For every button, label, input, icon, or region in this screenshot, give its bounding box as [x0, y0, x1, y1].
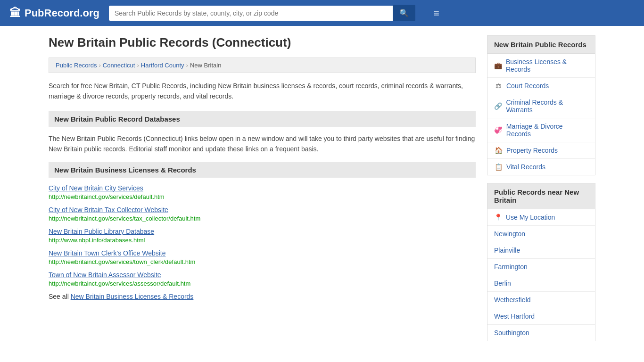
use-my-location-link[interactable]: 📍 Use My Location: [487, 209, 595, 225]
sidebar-record-label: Business Licenses & Records: [506, 58, 588, 73]
record-item: Town of New Britain Assessor Website htt…: [49, 271, 476, 287]
nearby-city-link[interactable]: West Hartford: [487, 308, 595, 325]
record-url: http://newbritainct.gov/services/assesso…: [49, 280, 190, 287]
nearby-city-link[interactable]: Southington: [487, 325, 595, 341]
sidebar-record-item: 🏠 Property Records: [487, 142, 595, 159]
record-item: City of New Britain Tax Collector Websit…: [49, 206, 476, 222]
record-link[interactable]: City of New Britain Tax Collector Websit…: [49, 206, 476, 214]
record-url: http://newbritainct.gov/services/town_cl…: [49, 258, 195, 265]
sidebar-record-link[interactable]: ⚖ Court Records: [487, 78, 595, 94]
record-link[interactable]: Town of New Britain Assessor Website: [49, 271, 476, 279]
record-link[interactable]: New Britain Public Library Database: [49, 228, 476, 235]
breadcrumb-public-records[interactable]: Public Records: [56, 62, 97, 69]
databases-section-description: The New Britain Public Records (Connecti…: [49, 133, 476, 155]
sidebar-record-item: 💞 Marriage & Divorce Records: [487, 118, 595, 142]
nearby-city-link[interactable]: Farmington: [487, 259, 595, 275]
record-url: http://newbritainct.gov/services/default…: [49, 193, 165, 200]
breadcrumb-sep-1: ›: [99, 62, 100, 69]
sidebar-records-section: New Britain Public Records 💼 Business Li…: [487, 35, 595, 175]
sidebar-record-link[interactable]: 💞 Marriage & Divorce Records: [487, 118, 595, 142]
sidebar-record-label: Vital Records: [506, 163, 545, 171]
see-all-business: See all New Britain Business Licenses & …: [49, 293, 476, 300]
sidebar-record-link[interactable]: 💼 Business Licenses & Records: [487, 54, 595, 77]
search-icon: 🔍: [399, 9, 409, 17]
databases-section-header: New Britain Public Record Databases: [49, 111, 476, 127]
record-url: http://www.nbpl.info/databases.html: [49, 237, 145, 244]
business-section-header: New Britain Business Licenses & Records: [49, 162, 476, 178]
sidebar-record-item: 📋 Vital Records: [487, 159, 595, 175]
record-link[interactable]: New Britain Town Clerk's Office Website: [49, 249, 476, 257]
sidebar-record-item: 💼 Business Licenses & Records: [487, 54, 595, 78]
sidebar-nearby-items: 📍 Use My Location NewingtonPlainvilleFar…: [487, 209, 595, 341]
location-icon: 📍: [494, 214, 502, 221]
breadcrumb-sep-2: ›: [137, 62, 139, 69]
breadcrumb-hartford-county[interactable]: Hartford County: [141, 62, 184, 69]
sidebar-record-icon: 💞: [494, 126, 503, 134]
sidebar-record-item: 🔗 Criminal Records & Warrants: [487, 94, 595, 118]
sidebar-record-label: Marriage & Divorce Records: [506, 123, 588, 138]
hamburger-icon: ≡: [433, 7, 439, 19]
see-all-business-link[interactable]: New Britain Business Licenses & Records: [71, 293, 194, 300]
logo-icon: 🏛: [9, 7, 21, 20]
sidebar-record-label: Property Records: [506, 147, 558, 154]
content: New Britain Public Records (Connecticut)…: [49, 35, 476, 349]
sidebar-record-icon: ⚖: [494, 82, 503, 90]
sidebar-record-items: 💼 Business Licenses & Records ⚖ Court Re…: [487, 54, 595, 175]
main-container: New Britain Public Records (Connecticut)…: [39, 26, 605, 358]
sidebar-record-label: Criminal Records & Warrants: [506, 99, 588, 114]
sidebar-record-icon: 🏠: [494, 147, 503, 154]
search-button[interactable]: 🔍: [393, 5, 415, 21]
sidebar-record-link[interactable]: 🔗 Criminal Records & Warrants: [487, 94, 595, 118]
sidebar-record-icon: 📋: [494, 163, 503, 171]
record-item: New Britain Public Library Database http…: [49, 228, 476, 244]
sidebar-record-link[interactable]: 🏠 Property Records: [487, 142, 595, 158]
sidebar-record-link[interactable]: 📋 Vital Records: [487, 159, 595, 175]
header: 🏛 PubRecord.org 🔍 ≡: [0, 0, 644, 26]
logo-text: PubRecord.org: [25, 7, 99, 19]
nearby-city-link[interactable]: Wethersfield: [487, 292, 595, 308]
nearby-city-link[interactable]: Berlin: [487, 275, 595, 292]
record-item: New Britain Town Clerk's Office Website …: [49, 249, 476, 265]
search-input[interactable]: [109, 6, 393, 21]
page-description: Search for free New Britain, CT Public R…: [49, 81, 476, 102]
record-url: http://newbritainct.gov/services/tax_col…: [49, 215, 200, 222]
sidebar-nearby-title: Public Records near New Britain: [487, 183, 595, 209]
breadcrumb-sep-3: ›: [186, 62, 188, 69]
sidebar-record-icon: 🔗: [494, 102, 502, 110]
search-area: 🔍: [109, 5, 415, 21]
sidebar-record-label: Court Records: [506, 82, 549, 90]
breadcrumb-connecticut[interactable]: Connecticut: [103, 62, 135, 69]
hamburger-button[interactable]: ≡: [429, 5, 443, 21]
logo[interactable]: 🏛 PubRecord.org: [9, 7, 99, 20]
breadcrumb: Public Records › Connecticut › Hartford …: [49, 58, 476, 73]
nearby-city-link[interactable]: Plainville: [487, 242, 595, 259]
nearby-use-location: 📍 Use My Location: [487, 209, 595, 226]
use-location-label: Use My Location: [506, 214, 555, 221]
sidebar: New Britain Public Records 💼 Business Li…: [487, 35, 595, 349]
record-link[interactable]: City of New Britain City Services: [49, 184, 476, 192]
breadcrumb-new-britain: New Britain: [190, 62, 221, 69]
sidebar-record-icon: 💼: [494, 62, 502, 69]
page-title: New Britain Public Records (Connecticut): [49, 35, 476, 50]
nearby-city-link[interactable]: Newington: [487, 226, 595, 242]
sidebar-record-item: ⚖ Court Records: [487, 78, 595, 94]
record-item: City of New Britain City Services http:/…: [49, 184, 476, 200]
business-records-list: City of New Britain City Services http:/…: [49, 184, 476, 287]
sidebar-nearby-section: Public Records near New Britain 📍 Use My…: [487, 183, 595, 341]
sidebar-records-title: New Britain Public Records: [487, 36, 595, 54]
